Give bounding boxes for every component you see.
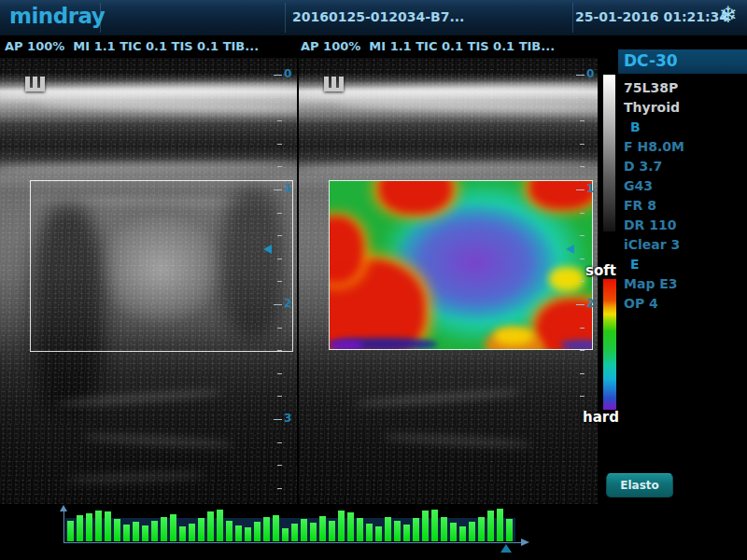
ruler-minor-tick [277, 235, 282, 236]
strain-bar [189, 524, 195, 541]
strain-bar [161, 517, 167, 541]
sidebar-item-f-h8-0m: F H8.0M [624, 137, 745, 157]
strain-bar [394, 521, 401, 541]
topbar-divider [285, 3, 286, 33]
soft-label: soft [585, 262, 616, 279]
strain-bar [170, 514, 176, 541]
axis-arrow-up-icon [60, 505, 67, 511]
strain-bar [403, 525, 410, 541]
strain-axis-horizontal [63, 542, 523, 543]
ruler-minor-tick [580, 213, 585, 214]
strain-bar [497, 509, 503, 541]
ruler-depth-label: 1 [586, 182, 594, 195]
elasto-button[interactable]: Elasto [606, 473, 673, 497]
strain-bar [133, 522, 139, 541]
strain-bar [207, 511, 214, 541]
sidebar-item-fr-8: FR 8 [624, 196, 745, 216]
strain-bar [487, 511, 494, 541]
strain-bar [469, 522, 475, 541]
depth-ruler-left: 0123 [269, 58, 297, 504]
strain-bar [77, 515, 83, 541]
probe-orientation-icon [324, 77, 344, 91]
ruler-minor-tick [277, 144, 282, 145]
strain-bar [385, 517, 391, 541]
strain-bar [95, 511, 102, 541]
strain-bar [235, 525, 242, 541]
strain-bar [151, 521, 158, 541]
sidebar-item-op-4: OP 4 [624, 294, 745, 314]
sidebar-item-b: B [624, 118, 745, 137]
ruler-major-tick [576, 75, 585, 76]
axis-arrow-right-icon [521, 539, 529, 546]
sidebar-item-thyroid: Thyroid [624, 98, 745, 118]
strain-bar [67, 521, 74, 541]
ruler-minor-tick [580, 259, 585, 259]
ruler-minor-tick [580, 396, 585, 397]
strain-bar [450, 523, 457, 541]
probe-orientation-icon [25, 77, 45, 91]
strain-bar [319, 516, 326, 541]
ultrasound-screen: mindray 20160125-012034-B7... 25-01-2016… [0, 0, 747, 560]
elasto-overlay [329, 180, 593, 350]
strain-bar [123, 525, 130, 541]
ruler-minor-tick [580, 98, 585, 99]
mindray-logo: mindray [9, 4, 105, 28]
ruler-major-tick [274, 75, 282, 76]
status-line-right: AP 100% MI 1.1 TIC 0.1 TIS 0.1 TIB... [301, 39, 555, 53]
strain-bar [301, 519, 307, 541]
strain-bar [329, 521, 335, 541]
patient-id: 20160125-012034-B7... [292, 9, 464, 24]
ruler-depth-label: 2 [284, 297, 291, 310]
strain-bar [179, 526, 186, 541]
strain-bar [263, 517, 270, 541]
ruler-minor-tick [277, 350, 282, 351]
ruler-major-tick [576, 304, 585, 305]
ruler-minor-tick [277, 373, 282, 374]
elasto-yellow-spot [494, 327, 533, 345]
strain-bar [86, 513, 92, 541]
strain-bar [338, 511, 345, 541]
ruler-depth-label: 0 [586, 67, 594, 80]
strain-bar [226, 521, 233, 541]
strain-bar [366, 524, 373, 541]
elasto-purple-strip [330, 340, 363, 350]
strain-bar [114, 519, 120, 541]
ruler-minor-tick [580, 328, 585, 329]
elasto-colorbar [603, 279, 616, 410]
sidebar-item-map-e3: Map E3 [624, 274, 745, 294]
strain-bar [422, 511, 429, 541]
ruler-depth-label: 3 [284, 412, 291, 425]
ruler-major-tick [274, 304, 282, 305]
ruler-minor-tick [580, 166, 585, 167]
topbar-divider [572, 3, 573, 33]
strain-bar [273, 515, 279, 541]
ruler-depth-label: 0 [284, 67, 291, 80]
ruler-minor-tick [277, 166, 282, 167]
ruler-minor-tick [580, 120, 585, 121]
strain-bar [217, 510, 223, 541]
sidebar-item-75l38p: 75L38P [624, 78, 745, 98]
status-line-left: AP 100% MI 1.1 TIC 0.1 TIS 0.1 TIB... [5, 39, 259, 53]
ruler-minor-tick [580, 281, 585, 282]
strain-axis-vertical [63, 511, 64, 542]
sidebar-parameter-list: 75L38PThyroidBF H8.0MD 3.7G43FR 8DR 110i… [624, 78, 745, 314]
sidebar-item-d-3-7: D 3.7 [624, 157, 745, 176]
hard-label: hard [583, 409, 619, 426]
ruler-major-tick [274, 419, 282, 420]
position-marker-icon [500, 544, 512, 553]
grayscale-bar [603, 75, 615, 231]
strain-bar [254, 522, 261, 541]
strain-bar [506, 519, 513, 541]
sidebar-item-g43: G43 [624, 176, 745, 196]
strain-bar [413, 518, 419, 541]
ruler-minor-tick [277, 465, 282, 466]
strain-bar [347, 512, 354, 541]
ruler-minor-tick [277, 259, 282, 259]
sidebar-header: DC-30 [618, 49, 747, 74]
us-pane-elasto: 012 [299, 58, 598, 504]
ruler-minor-tick [277, 488, 282, 489]
strain-bar [310, 523, 317, 541]
ruler-minor-tick [277, 328, 282, 329]
strain-bar [245, 527, 251, 541]
focus-marker-icon [566, 245, 574, 254]
